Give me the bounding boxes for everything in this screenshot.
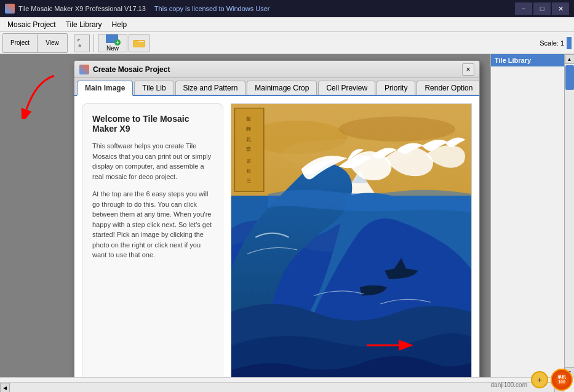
tab-size-pattern[interactable]: Size and Pattern xyxy=(175,81,246,95)
tab-main-image[interactable]: Main Image xyxy=(77,81,133,96)
maximize-button[interactable]: □ xyxy=(533,2,551,15)
svg-rect-5 xyxy=(134,42,145,47)
menu-tile-library[interactable]: Tile Library xyxy=(61,19,107,30)
scale-area: Scale: 1 xyxy=(540,37,572,49)
watermark: danji100.com xyxy=(491,382,527,388)
svg-marker-1 xyxy=(78,46,79,47)
dialog-icon xyxy=(79,65,89,74)
status-bar: ◀ ▶ + 单机100 danji100.com xyxy=(0,377,574,392)
pencil-icon xyxy=(78,39,86,47)
dialog-content: Welcome to Tile Mosaic Maker X9 This sof… xyxy=(74,96,479,377)
app-icon xyxy=(5,4,15,14)
zoom-plus-icon[interactable]: + xyxy=(531,371,548,388)
scale-bar xyxy=(567,37,572,49)
project-tab-btn[interactable]: Project xyxy=(3,34,38,52)
scroll-left-button[interactable]: ◀ xyxy=(0,383,10,392)
svg-text:飾: 飾 xyxy=(247,126,252,132)
license-text: This copy is licensed to Windows User xyxy=(154,5,270,12)
svg-text:嶽: 嶽 xyxy=(247,169,251,173)
h-scroll-track[interactable] xyxy=(10,383,554,392)
danji-logo: 单机100 xyxy=(551,369,573,391)
horizontal-scrollbar: ◀ ▶ xyxy=(0,382,564,392)
svg-rect-2 xyxy=(78,39,81,42)
plus-badge: + xyxy=(114,39,121,46)
scroll-track[interactable] xyxy=(565,64,575,367)
view-tab-btn[interactable]: View xyxy=(38,34,67,52)
dialog-right-panel: 葛 飾 北 斎 冨 嶽 三 xyxy=(231,103,472,377)
welcome-paragraph-2: At the top are the 6 easy steps you will… xyxy=(92,189,213,260)
scroll-thumb[interactable] xyxy=(565,65,574,90)
dialog-description-panel: Welcome to Tile Mosaic Maker X9 This sof… xyxy=(82,103,223,377)
wave-image: 葛 飾 北 斎 冨 嶽 三 xyxy=(231,104,471,377)
image-preview-area[interactable]: 葛 飾 北 斎 冨 嶽 三 xyxy=(231,103,472,377)
window-controls: − □ ✕ xyxy=(515,2,569,15)
svg-text:三: 三 xyxy=(247,178,251,183)
menu-mosaic-project[interactable]: Mosaic Project xyxy=(2,19,61,30)
separator-1 xyxy=(94,34,94,52)
svg-text:北: 北 xyxy=(247,137,252,142)
app-background: Create Mosaic Project × Main Image Tile … xyxy=(0,54,490,377)
open-folder-icon xyxy=(133,38,145,48)
menu-help[interactable]: Help xyxy=(107,19,132,30)
edit-icon-btn[interactable] xyxy=(74,34,90,52)
tab-cell-preview[interactable]: Cell Preview xyxy=(318,81,375,95)
svg-text:冨: 冨 xyxy=(247,159,251,163)
dialog-title-bar: Create Mosaic Project × xyxy=(74,61,479,78)
tile-library-panel: Tile Library xyxy=(490,54,564,377)
close-button[interactable]: ✕ xyxy=(552,2,569,15)
open-button[interactable] xyxy=(129,34,149,52)
corner-icons: + 单机100 xyxy=(531,369,573,391)
tab-render-option[interactable]: Render Option xyxy=(417,81,480,95)
new-label: New xyxy=(106,45,119,52)
right-scrollbar: ▲ ▼ xyxy=(564,54,574,377)
new-button[interactable]: + New xyxy=(98,34,127,52)
scroll-up-button[interactable]: ▲ xyxy=(565,54,575,64)
welcome-title: Welcome to Tile Mosaic Maker X9 xyxy=(92,114,213,134)
dialog-overlay: Create Mosaic Project × Main Image Tile … xyxy=(0,54,490,377)
menu-bar: Mosaic Project Tile Library Help xyxy=(0,17,574,32)
tab-priority[interactable]: Priority xyxy=(377,81,415,95)
toolbar: Project View + New Scale: 1 xyxy=(0,32,574,54)
create-mosaic-dialog: Create Mosaic Project × Main Image Tile … xyxy=(74,60,480,377)
tile-library-content xyxy=(491,66,564,377)
tabs-bar: Main Image Tile Lib Size and Pattern Mai… xyxy=(74,78,479,96)
tab-tile-lib[interactable]: Tile Lib xyxy=(134,81,173,95)
dialog-close-button[interactable]: × xyxy=(462,63,474,76)
tile-library-header: Tile Library xyxy=(491,54,564,66)
scale-label: Scale: 1 xyxy=(540,39,564,47)
svg-text:葛: 葛 xyxy=(247,116,252,122)
tab-mainimage-crop[interactable]: Mainimage Crop xyxy=(247,81,317,95)
app-title: Tile Mosaic Maker X9 Professional V17.13 xyxy=(18,5,146,12)
title-bar: Tile Mosaic Maker X9 Professional V17.13… xyxy=(0,0,574,17)
dialog-title: Create Mosaic Project xyxy=(93,65,170,74)
main-area: Create Mosaic Project × Main Image Tile … xyxy=(0,54,574,377)
svg-text:斎: 斎 xyxy=(247,146,252,152)
minimize-button[interactable]: − xyxy=(515,2,532,15)
svg-point-9 xyxy=(339,116,456,142)
welcome-paragraph-1: This softwaer helps you create Tile Mosa… xyxy=(92,141,213,182)
